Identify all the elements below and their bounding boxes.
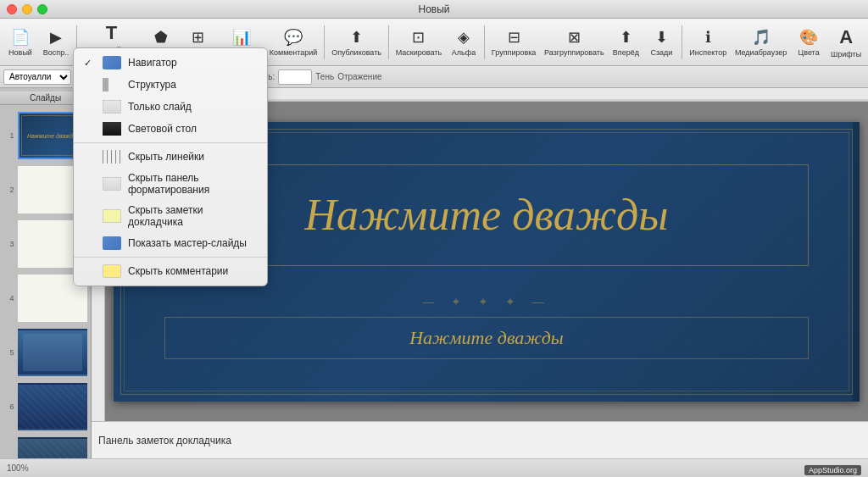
menu-item-lightbox[interactable]: Световой стол <box>74 118 267 140</box>
notes-panel: Панель заметок докладчика <box>92 421 868 458</box>
toolbar-publish-label: Опубликовать <box>331 48 381 57</box>
publish-icon: ⬆ <box>350 28 363 47</box>
toolbar-colors-label: Цвета <box>798 48 820 57</box>
shadow-label: Тень <box>315 72 334 81</box>
toolbar-new[interactable]: 📄 Новый <box>3 21 37 64</box>
toolbar-mediabrowser[interactable]: 🎵 Медиабраузер <box>732 21 790 64</box>
window-title: Новый <box>418 3 449 15</box>
check-icon: ✓ <box>84 58 96 69</box>
toolbar-divider-2 <box>324 25 325 59</box>
menu-item-hide-notes[interactable]: Скрыть заметки докладчика <box>74 200 267 232</box>
toolbar-comment[interactable]: 💬 Комментарий <box>266 21 320 64</box>
comment-menu-icon <box>103 264 121 278</box>
layout-select[interactable]: Автоуалли <box>3 69 71 85</box>
toolbar-inspector-label: Инспектор <box>689 48 726 57</box>
toolbar-forward[interactable]: ⬆ Вперёд <box>609 21 643 64</box>
menu-showmaster-label: Показать мастер-слайды <box>128 237 247 249</box>
group-icon: ⊟ <box>508 28 520 47</box>
toolbar-back-label: Сзади <box>650 48 672 57</box>
menu-item-navigator[interactable]: ✓ Навигатор <box>74 52 267 74</box>
shapes-icon: ⬟ <box>154 28 168 47</box>
ruler-icon <box>103 150 121 164</box>
traffic-lights <box>7 4 47 14</box>
toolbar-divider-5 <box>682 25 682 59</box>
toolbar-new-label: Новый <box>8 48 32 57</box>
toolbar-fonts-label: Шрифты <box>831 50 861 58</box>
navigator-icon <box>103 56 121 69</box>
inspector-icon: ℹ <box>705 28 711 47</box>
toolbar-inspector[interactable]: ℹ Инспектор <box>686 21 730 64</box>
forward-icon: ⬆ <box>620 28 632 47</box>
view-dropdown-menu: ✓ Навигатор Структура Только слайд Свето… <box>73 47 268 286</box>
menu-slideonly-label: Только слайд <box>128 101 192 113</box>
slide-only-icon <box>103 100 121 114</box>
menu-hidecomments-label: Скрыть комментарии <box>128 265 228 277</box>
mediabrowser-icon: 🎵 <box>752 28 771 47</box>
menu-item-hide-comments[interactable]: Скрыть комментарии <box>74 260 267 282</box>
toolbar-mask[interactable]: ⊡ Маскировать <box>392 21 445 64</box>
menu-item-slide-only[interactable]: Только слайд <box>74 96 267 118</box>
zoom-level: 100% <box>7 463 29 473</box>
slide-num-1: 1 <box>3 131 14 140</box>
toolbar-alpha[interactable]: ◈ Альфа <box>447 21 481 64</box>
menu-item-structure[interactable]: Структура <box>74 74 267 96</box>
slide-num-5: 5 <box>3 348 14 357</box>
toolbar-divider-4 <box>484 25 485 59</box>
slide-subtitle-area[interactable]: Нажмите дважды <box>164 317 809 359</box>
close-button[interactable] <box>7 4 17 14</box>
master-icon <box>103 236 121 250</box>
reflection-label: Отражение <box>337 72 381 81</box>
toolbar-comment-label: Комментарий <box>270 48 318 57</box>
maximize-button[interactable] <box>37 4 47 14</box>
menu-item-hide-rulers[interactable]: Скрыть линейки <box>74 146 267 168</box>
toolbar-mediabrowser-label: Медиабраузер <box>735 48 787 57</box>
toolbar-mask-label: Маскировать <box>396 48 442 57</box>
chart-icon: 📊 <box>232 28 251 47</box>
toolbar-play[interactable]: ▶ Воспр.. <box>39 21 73 64</box>
menu-hideformat-label: Скрыть панель форматирования <box>128 172 257 196</box>
toolbar-alpha-label: Альфа <box>452 48 476 57</box>
menu-divider-2 <box>74 257 267 258</box>
back-icon: ⬇ <box>655 28 668 47</box>
textblock-icon: T <box>106 22 117 44</box>
slide-num-2: 2 <box>3 186 14 194</box>
menu-lightbox-label: Световой стол <box>128 123 197 135</box>
toolbar-play-label: Воспр.. <box>43 48 69 57</box>
format-icon <box>103 177 121 191</box>
comment-icon: 💬 <box>284 28 303 47</box>
slide-thumb-7[interactable] <box>18 437 87 458</box>
opacity-input[interactable] <box>278 69 312 85</box>
slide-main-text: Нажмите дважды <box>304 190 668 240</box>
toolbar-colors[interactable]: 🎨 Цвета <box>792 21 826 64</box>
toolbar-group-label: Группировка <box>492 48 536 57</box>
slide-ornament: — ✦ ✦ ✦ — <box>422 295 551 308</box>
toolbar-fonts[interactable]: A Шрифты <box>827 21 865 64</box>
lightbox-icon <box>103 122 121 136</box>
menu-item-hide-format[interactable]: Скрыть панель форматирования <box>74 168 267 200</box>
new-icon: 📄 <box>11 28 30 47</box>
slide-thumb-6[interactable] <box>18 383 87 430</box>
structure-icon <box>103 78 121 92</box>
slide-num-6: 6 <box>3 402 14 411</box>
table-icon: ⊞ <box>192 28 204 47</box>
toolbar-publish[interactable]: ⬆ Опубликовать <box>328 21 385 64</box>
fonts-icon: A <box>839 26 853 48</box>
notes-label: Панель заметок докладчика <box>98 435 231 446</box>
toolbar-group[interactable]: ⊟ Группировка <box>488 21 539 64</box>
toolbar-ungroup-label: Разгруппировать <box>544 48 604 57</box>
menu-structure-label: Структура <box>128 79 176 91</box>
title-bar: Новый <box>0 0 868 19</box>
toolbar-back[interactable]: ⬇ Сзади <box>644 21 678 64</box>
slide-num-3: 3 <box>3 240 14 248</box>
slide-subtitle-text: Нажмите дважды <box>409 327 564 349</box>
slide-thumb-5[interactable] <box>18 329 87 376</box>
ungroup-icon: ⊠ <box>568 28 581 47</box>
menu-hidenotes-label: Скрыть заметки докладчика <box>128 204 257 228</box>
slide-scrollbar-right[interactable] <box>853 122 860 402</box>
play-icon: ▶ <box>50 28 62 47</box>
toolbar-forward-label: Вперёд <box>613 48 639 57</box>
minimize-button[interactable] <box>22 4 32 14</box>
menu-item-show-master[interactable]: Показать мастер-слайды <box>74 232 267 254</box>
toolbar-ungroup[interactable]: ⊠ Разгруппировать <box>541 21 607 64</box>
alpha-icon: ◈ <box>458 28 470 47</box>
